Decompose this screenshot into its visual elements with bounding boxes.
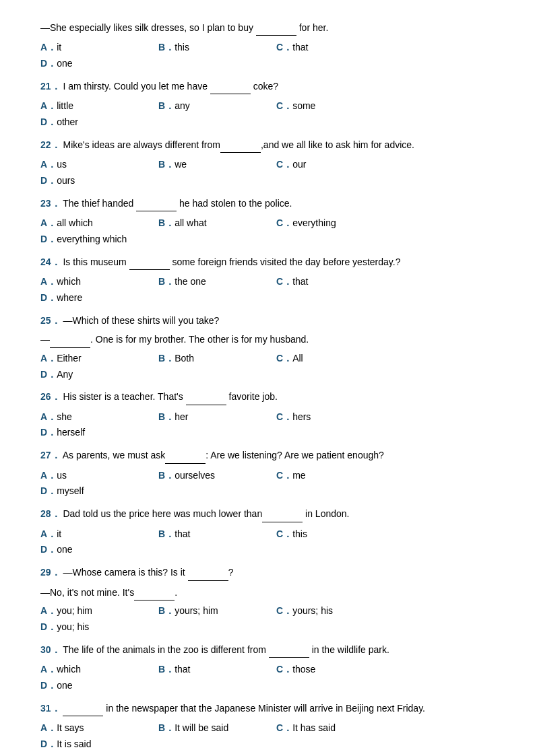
blank (129, 254, 170, 270)
question-31: 31． in the newspaper that the Japanese M… (40, 701, 495, 753)
blank (210, 79, 251, 94)
q24-text: 24． Is this museum some foreign friends … (40, 254, 495, 270)
option-b[interactable]: B．we (158, 157, 270, 173)
option-d[interactable]: D．ours (40, 173, 152, 189)
option-b[interactable]: B．Both (158, 351, 270, 367)
question-27: 27． As parents, we must ask : Are we lis… (40, 448, 495, 500)
option-d[interactable]: D．Any (40, 367, 152, 383)
option-b[interactable]: B．that (158, 662, 270, 678)
option-d[interactable]: D．other (40, 114, 152, 131)
option-b[interactable]: B．yours; him (158, 603, 270, 619)
question-30: 30． The life of the animals in the zoo i… (40, 642, 495, 694)
option-c[interactable]: C．this (276, 526, 387, 543)
option-d[interactable]: D．everything which (40, 232, 152, 248)
q31-options: A．It says B．It will be said C．It has sai… (40, 720, 495, 753)
option-a[interactable]: A．which (40, 662, 152, 678)
q23-options: A．all which B．all what C．everything D．ev… (40, 215, 495, 248)
option-c[interactable]: C．It has said (276, 720, 387, 736)
option-a[interactable]: A．It says (40, 720, 152, 736)
q22-options: A．us B．we C．our D．ours (40, 157, 495, 189)
option-b[interactable]: B．that (158, 526, 270, 543)
question-28: 28． Dad told us the price here was much … (40, 506, 495, 558)
option-a[interactable]: A．she (40, 409, 152, 425)
blank (256, 20, 296, 36)
option-d[interactable]: D．where (40, 290, 152, 306)
option-b[interactable]: B．all what (158, 215, 270, 232)
q24-options: A．which B．the one C．that D．where (40, 274, 495, 306)
option-d[interactable]: D．myself (40, 483, 152, 500)
blank (63, 701, 103, 716)
option-c[interactable]: C．yours; his (276, 603, 387, 619)
question-26: 26． His sister is a teacher. That's favo… (40, 389, 495, 441)
option-d[interactable]: D．one (40, 542, 152, 558)
question-21: 21． I am thirsty. Could you let me have … (40, 79, 495, 131)
option-a[interactable]: A．us (40, 468, 152, 484)
q25-text: 25． —Which of these shirts will you take… (40, 313, 495, 328)
q30-text: 30． The life of the animals in the zoo i… (40, 642, 495, 658)
q28-text: 28． Dad told us the price here was much … (40, 506, 495, 522)
option-b[interactable]: B．any (158, 98, 270, 114)
q23-text: 23． The thief handed he had stolen to th… (40, 196, 495, 211)
blank (186, 389, 226, 405)
option-c[interactable]: C．me (276, 468, 387, 484)
blank (269, 642, 309, 658)
option-b[interactable]: B．ourselves (158, 468, 270, 484)
option-d[interactable]: D．It is said (40, 736, 152, 753)
question-23: 23． The thief handed he had stolen to th… (40, 196, 495, 248)
option-a[interactable]: A．Either (40, 351, 152, 367)
q27-options: A．us B．ourselves C．me D．myself (40, 468, 495, 500)
option-c[interactable]: C．All (276, 351, 387, 367)
option-a[interactable]: A．it (40, 526, 152, 543)
blank (165, 448, 206, 463)
option-a[interactable]: A．it (40, 40, 152, 56)
q25-subtext: — . One is for my brother. The other is … (40, 332, 495, 347)
q21-options: A．little B．any C．some D．other (40, 98, 495, 131)
q29-options: A．you; him B．yours; him C．yours; his D．y… (40, 603, 495, 635)
q29-text-1: 29． —Whose camera is this? Is it ? (40, 565, 495, 580)
intro-options: A．it B．this C．that D．one (40, 40, 495, 72)
blank (134, 585, 175, 600)
option-c[interactable]: C．everything (276, 215, 387, 232)
intro-question: —She especially likes silk dresses, so I… (40, 20, 495, 72)
intro-question-text: —She especially likes silk dresses, so I… (40, 20, 495, 36)
blank (220, 137, 261, 153)
option-c[interactable]: C．those (276, 662, 387, 678)
q31-text: 31． in the newspaper that the Japanese M… (40, 701, 495, 716)
question-24: 24． Is this museum some foreign friends … (40, 254, 495, 306)
q21-text: 21． I am thirsty. Could you let me have … (40, 79, 495, 94)
q29-text-2: —No, it's not mine. It's . (40, 585, 495, 600)
option-b[interactable]: B．her (158, 409, 270, 425)
q27-text: 27． As parents, we must ask : Are we lis… (40, 448, 495, 463)
option-b[interactable]: B．It will be said (158, 720, 270, 736)
q28-options: A．it B．that C．this D．one (40, 526, 495, 559)
blank (262, 506, 303, 522)
option-a[interactable]: A．little (40, 98, 152, 114)
option-d[interactable]: D．one (40, 56, 152, 72)
q30-options: A．which B．that C．those D．one (40, 662, 495, 694)
option-c[interactable]: C．that (276, 40, 387, 56)
blank (188, 565, 228, 580)
option-c[interactable]: C．our (276, 157, 387, 173)
option-d[interactable]: D．one (40, 678, 152, 694)
option-d[interactable]: D．herself (40, 425, 152, 441)
question-25: 25． —Which of these shirts will you take… (40, 313, 495, 382)
option-c[interactable]: C．hers (276, 409, 387, 425)
question-22: 22． Mike's ideas are always different fr… (40, 137, 495, 189)
q26-text: 26． His sister is a teacher. That's favo… (40, 389, 495, 405)
option-a[interactable]: A．us (40, 157, 152, 173)
option-c[interactable]: C．that (276, 274, 387, 290)
option-a[interactable]: A．which (40, 274, 152, 290)
option-a[interactable]: A．all which (40, 215, 152, 232)
q25-options: A．Either B．Both C．All D．Any (40, 351, 495, 383)
option-d[interactable]: D．you; his (40, 619, 152, 635)
q26-options: A．she B．her C．hers D．herself (40, 409, 495, 442)
blank (50, 332, 90, 347)
option-b[interactable]: B．this (158, 40, 270, 56)
blank (136, 196, 177, 211)
option-a[interactable]: A．you; him (40, 603, 152, 619)
question-29: 29． —Whose camera is this? Is it ? —No, … (40, 565, 495, 635)
option-c[interactable]: C．some (276, 98, 387, 114)
option-b[interactable]: B．the one (158, 274, 270, 290)
q22-text: 22． Mike's ideas are always different fr… (40, 137, 495, 153)
exam-content: —She especially likes silk dresses, so I… (40, 20, 495, 756)
